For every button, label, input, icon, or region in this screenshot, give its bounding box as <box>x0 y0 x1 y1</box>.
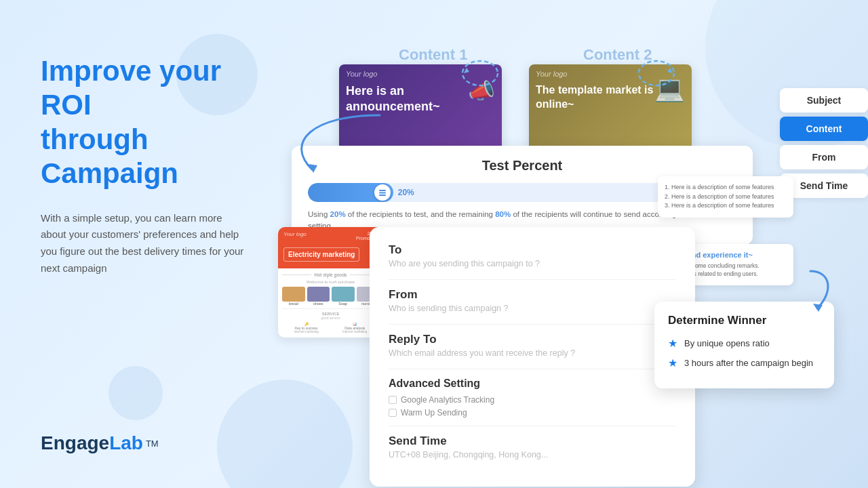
progress-icon <box>374 184 391 201</box>
content-panel-2: 1. Here is a description of some feature… <box>658 176 793 218</box>
percent-blue: 20% <box>330 210 346 218</box>
content-label-1: Content 1 <box>399 46 467 64</box>
svg-rect-6 <box>379 195 386 196</box>
template-service-items: 🔑 Key to success Internet marketing 📊 Da… <box>282 322 379 333</box>
form-divider-3 <box>389 369 676 369</box>
main-content: Content 1 Content 2 Your logo Here is an… <box>258 20 868 468</box>
form-replyto-section: Reply To Which email address you want re… <box>389 333 676 358</box>
deco-circle-3 <box>108 366 163 420</box>
winner-star-1: ★ <box>668 337 677 350</box>
form-from-placeholder: Who is sending this campaign ? <box>389 304 676 313</box>
service-item-1: 🔑 Key to success Internet marketing <box>294 322 319 333</box>
form-divider-2 <box>389 324 676 325</box>
form-divider-1 <box>389 279 676 280</box>
form-from-label: From <box>389 288 676 302</box>
form-divider-4 <box>389 426 676 426</box>
template-hot-style: Hot style goods <box>282 272 379 277</box>
template-service: SERVICE good service 🔑 Key to success In… <box>282 308 379 333</box>
service-item-2: 📊 Data analysis Internet marketing <box>342 322 367 333</box>
template-products: bread shoes Soap nursing <box>282 287 379 306</box>
form-to-placeholder: Who are you sending this campaign to ? <box>389 259 676 268</box>
checkbox-warmup-box[interactable] <box>389 409 397 417</box>
panel-item-from[interactable]: From <box>780 145 868 169</box>
template-body: Hot style goods Welcome to rush purchase… <box>278 268 383 338</box>
checkbox-analytics-label: Google Analytics Tracking <box>401 395 494 405</box>
dashed-arrow-2 <box>636 53 677 94</box>
svg-marker-8 <box>813 304 823 312</box>
product-shoes-label: shoes <box>307 302 330 306</box>
form-sendtime-label: Send Time <box>389 434 676 448</box>
progress-bar-fill <box>308 183 393 202</box>
svg-point-2 <box>639 61 674 85</box>
template-marketing-text: Electricity marketing <box>283 247 359 262</box>
curved-arrow-left <box>271 108 407 176</box>
form-replyto-placeholder: Which email address you want receive the… <box>389 348 676 358</box>
checkbox-analytics[interactable]: Google Analytics Tracking <box>389 395 676 405</box>
panel-item-content[interactable]: Content <box>780 117 868 141</box>
template-welcome: Welcome to rush purchase <box>282 280 379 284</box>
winner-text-2: 3 hours after the campaign begin <box>684 358 813 368</box>
svg-rect-4 <box>379 190 386 191</box>
form-from-section: From Who is sending this campaign ? <box>389 288 676 313</box>
checkbox-warmup-label: Warm Up Sending <box>401 408 467 418</box>
template-header: Your logo 2022 Promotion <box>278 227 383 245</box>
advanced-label: Advanced Setting <box>389 378 676 390</box>
svg-rect-5 <box>379 192 386 194</box>
form-replyto-label: Reply To <box>389 333 676 346</box>
svg-point-0 <box>462 61 498 85</box>
hero-section: Improve your ROI through Campaign With a… <box>41 54 271 277</box>
template-card: Your logo 2022 Promotion Electricity mar… <box>278 227 383 338</box>
progress-percent-label: 20% <box>398 188 414 197</box>
advanced-setting-section: Advanced Setting Google Analytics Tracki… <box>389 378 676 418</box>
winner-star-2: ★ <box>668 357 677 369</box>
product-soap-label: Soap <box>332 302 355 306</box>
product-shoes: shoes <box>307 287 330 306</box>
winner-item-2: ★ 3 hours after the campaign begin <box>668 357 821 369</box>
form-sendtime-section: Send Time UTC+08 Beijing, Chongqing, Hon… <box>389 434 676 460</box>
remaining-blue: 80% <box>495 210 511 218</box>
curved-arrow-right <box>783 264 837 319</box>
form-to-section: To Who are you sending this campaign to … <box>389 243 676 268</box>
svg-marker-1 <box>464 68 469 73</box>
form-sendtime-value: UTC+08 Beijing, Chongqing, Hong Kong... <box>389 450 676 460</box>
hero-description: With a simple setup, you can learn more … <box>41 210 244 277</box>
product-bread: bread <box>282 287 305 306</box>
logo-tm: TM <box>146 439 159 449</box>
product-bread-label: bread <box>282 302 305 306</box>
template-card-logo: Your logo <box>283 231 307 237</box>
winner-item-1: ★ By unique opens ratio <box>668 337 821 350</box>
dashed-arrow-1 <box>460 53 500 94</box>
checkbox-analytics-box[interactable] <box>389 396 397 404</box>
content-panel-2-text: 1. Here is a description of some feature… <box>665 183 787 211</box>
checkbox-warmup[interactable]: Warm Up Sending <box>389 408 676 418</box>
template-main-text: Electricity marketing <box>278 245 383 268</box>
logo-area: EngageLab TM <box>41 432 159 454</box>
form-to-label: To <box>389 243 676 257</box>
panel-item-subject[interactable]: Subject <box>780 88 868 113</box>
winner-text-1: By unique opens ratio <box>684 338 770 348</box>
hero-title: Improve your ROI through Campaign <box>41 54 271 191</box>
product-soap: Soap <box>332 287 355 306</box>
form-card: To Who are you sending this campaign to … <box>370 227 695 487</box>
logo-text: EngageLab <box>41 432 143 454</box>
